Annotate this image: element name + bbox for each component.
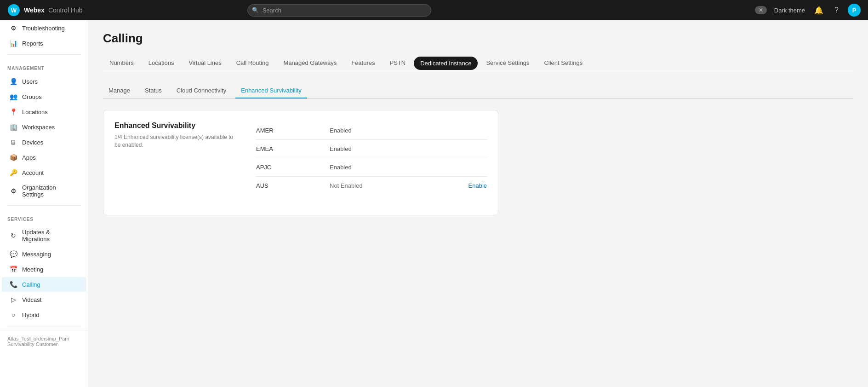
app-logo: W Webex Control Hub (7, 4, 83, 17)
sidebar-item-troubleshooting[interactable]: ⚙ Troubleshooting (2, 21, 86, 35)
sidebar: ⚙ Troubleshooting 📊 Reports MANAGEMENT 👤… (0, 20, 88, 387)
sidebar-item-label: Devices (22, 139, 43, 146)
groups-icon: 👥 (9, 93, 17, 100)
workspaces-icon: 🏢 (9, 123, 17, 131)
tab-numbers[interactable]: Numbers (103, 55, 140, 72)
region-name-aus: AUS (256, 182, 330, 189)
sidebar-item-label: Calling (22, 281, 40, 288)
region-name-apjc: APJC (256, 164, 330, 171)
users-icon: 👤 (9, 78, 17, 85)
card-title-section: Enhanced Survivability 1/4 Enhanced surv… (114, 121, 234, 195)
subtab-cloud-connectivity[interactable]: Cloud Connectivity (171, 83, 232, 98)
org-info: Atlas_Test_ordersimp_Pam Survivability C… (0, 330, 88, 352)
management-section-label: MANAGEMENT (0, 58, 88, 74)
subtab-enhanced-survivability[interactable]: Enhanced Survivability (235, 83, 307, 98)
region-name-amer: AMER (256, 127, 330, 134)
subtab-manage[interactable]: Manage (103, 83, 136, 98)
sidebar-item-updates-migrations[interactable]: ↻ Updates & Migrations (2, 225, 86, 246)
sidebar-item-label: Workspaces (22, 124, 55, 131)
devices-icon: 🖥 (9, 139, 17, 146)
region-row-emea: EMEA Enabled (256, 140, 487, 158)
search-container: 🔍 (247, 4, 431, 17)
dark-theme-label[interactable]: Dark theme (774, 7, 805, 14)
sidebar-item-devices[interactable]: 🖥 Devices (2, 135, 86, 150)
sidebar-item-label: Users (22, 78, 38, 85)
sidebar-item-workspaces[interactable]: 🏢 Workspaces (2, 120, 86, 134)
search-input[interactable] (247, 4, 431, 17)
region-name-emea: EMEA (256, 145, 330, 152)
sidebar-item-label: Updates & Migrations (22, 229, 79, 243)
avatar[interactable]: P (848, 4, 861, 17)
region-row-amer: AMER Enabled (256, 121, 487, 140)
sidebar-item-label: Vidcast (22, 296, 41, 303)
sidebar-item-org-settings[interactable]: ⚙ Organization Settings (2, 180, 86, 202)
region-status-aus: Not Enabled (330, 182, 468, 189)
card-subtitle: 1/4 Enhanced survivability license(s) av… (114, 133, 234, 149)
card-title: Enhanced Survivability (114, 121, 234, 130)
sidebar-item-messaging[interactable]: 💬 Messaging (2, 247, 86, 261)
sidebar-item-label: Meeting (22, 266, 43, 273)
sidebar-item-label: Reports (22, 40, 43, 47)
tab-pstn[interactable]: PSTN (383, 55, 412, 72)
enable-aus-button[interactable]: Enable (468, 182, 487, 189)
sidebar-item-label: Locations (22, 109, 48, 116)
topnav-right: ✕ Dark theme 🔔 ? P (755, 4, 861, 17)
apps-icon: 📦 (9, 154, 17, 161)
subtab-status[interactable]: Status (139, 83, 167, 98)
app-product: Control Hub (48, 6, 83, 14)
card-region-list: AMER Enabled EMEA Enabled APJC Enabled A… (256, 121, 487, 195)
org-settings-icon: ⚙ (9, 187, 17, 195)
sidebar-divider-1 (7, 54, 80, 55)
account-icon: 🔑 (9, 169, 17, 176)
region-status-amer: Enabled (330, 127, 487, 134)
locations-icon: 📍 (9, 108, 17, 116)
sidebar-item-reports[interactable]: 📊 Reports (2, 36, 86, 51)
tab-features[interactable]: Features (345, 55, 381, 72)
vidcast-icon: ▷ (9, 296, 17, 303)
webex-logo-icon: W (7, 4, 20, 17)
sidebar-item-locations[interactable]: 📍 Locations (2, 104, 86, 119)
subtab-bar: Manage Status Cloud Connectivity Enhance… (103, 83, 853, 99)
tab-call-routing[interactable]: Call Routing (230, 55, 275, 72)
sidebar-item-label: Groups (22, 93, 42, 100)
sidebar-divider-3 (7, 326, 80, 326)
sidebar-item-calling[interactable]: 📞 Calling (2, 277, 86, 292)
enhanced-survivability-card: Enhanced Survivability 1/4 Enhanced surv… (103, 110, 498, 215)
region-row-apjc: APJC Enabled (256, 158, 487, 177)
svg-text:W: W (11, 7, 17, 14)
app-name: Webex (24, 6, 45, 14)
sidebar-item-label: Account (22, 169, 44, 176)
org-subtitle: Survivability Customer (7, 341, 80, 347)
search-icon: 🔍 (252, 7, 259, 13)
troubleshooting-icon: ⚙ (9, 24, 17, 32)
reports-icon: 📊 (9, 40, 17, 47)
services-section-label: SERVICES (0, 209, 88, 225)
tab-virtual-lines[interactable]: Virtual Lines (182, 55, 228, 72)
updates-migrations-icon: ↻ (9, 232, 17, 239)
x-badge[interactable]: ✕ (755, 6, 767, 14)
help-button[interactable]: ? (833, 4, 840, 16)
sidebar-item-hybrid[interactable]: ○ Hybrid (2, 307, 86, 322)
sidebar-item-label: Organization Settings (22, 184, 79, 198)
sidebar-item-groups[interactable]: 👥 Groups (2, 89, 86, 104)
sidebar-top-section: ⚙ Troubleshooting 📊 Reports (0, 21, 88, 51)
tab-bar: Numbers Locations Virtual Lines Call Rou… (103, 55, 853, 72)
top-navigation: W Webex Control Hub 🔍 ✕ Dark theme 🔔 ? P (0, 0, 868, 20)
tab-service-settings[interactable]: Service Settings (480, 55, 536, 72)
tab-locations[interactable]: Locations (142, 55, 181, 72)
sidebar-divider-2 (7, 205, 80, 206)
sidebar-item-label: Troubleshooting (22, 25, 65, 32)
tab-managed-gateways[interactable]: Managed Gateways (277, 55, 343, 72)
hybrid-icon: ○ (9, 311, 17, 318)
tab-client-settings[interactable]: Client Settings (537, 55, 589, 72)
notifications-button[interactable]: 🔔 (812, 4, 825, 17)
sidebar-item-account[interactable]: 🔑 Account (2, 165, 86, 180)
meeting-icon: 📅 (9, 266, 17, 273)
sidebar-item-apps[interactable]: 📦 Apps (2, 150, 86, 165)
tab-dedicated-instance[interactable]: Dedicated Instance (414, 57, 478, 70)
sidebar-item-meeting[interactable]: 📅 Meeting (2, 262, 86, 277)
region-status-emea: Enabled (330, 145, 487, 152)
sidebar-item-vidcast[interactable]: ▷ Vidcast (2, 292, 86, 307)
region-status-apjc: Enabled (330, 164, 487, 171)
sidebar-item-users[interactable]: 👤 Users (2, 74, 86, 89)
